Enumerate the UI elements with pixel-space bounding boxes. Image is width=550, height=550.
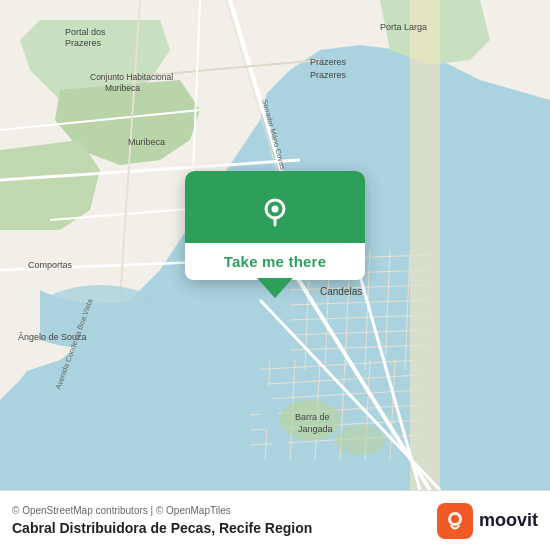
- svg-text:Comportas: Comportas: [28, 260, 73, 270]
- svg-text:Portal dos: Portal dos: [65, 27, 106, 37]
- moovit-label: moovit: [479, 510, 538, 531]
- svg-text:Prazeres: Prazeres: [65, 38, 102, 48]
- svg-text:Prazeres: Prazeres: [310, 57, 347, 67]
- svg-point-66: [272, 205, 279, 212]
- map-container: Portal dos Prazeres Porta Larga Conjunto…: [0, 0, 550, 490]
- svg-text:Prazeres: Prazeres: [310, 70, 347, 80]
- svg-text:Conjunto Habitacional: Conjunto Habitacional: [90, 72, 173, 82]
- bottom-bar: © OpenStreetMap contributors | © OpenMap…: [0, 490, 550, 550]
- moovit-icon: [437, 503, 473, 539]
- svg-text:Barra de: Barra de: [295, 412, 330, 422]
- svg-text:Jangada: Jangada: [298, 424, 333, 434]
- svg-rect-18: [410, 0, 440, 490]
- svg-text:Muribeca: Muribeca: [105, 83, 140, 93]
- place-name: Cabral Distribuidora de Pecas, Recife Re…: [12, 520, 437, 536]
- svg-point-68: [451, 515, 459, 523]
- attribution-text: © OpenStreetMap contributors | © OpenMap…: [12, 505, 437, 516]
- moovit-logo: moovit: [437, 503, 538, 539]
- popup-card: Take me there: [185, 171, 365, 280]
- svg-text:Muribeca: Muribeca: [128, 137, 165, 147]
- svg-point-48: [335, 425, 385, 455]
- svg-text:Candelas: Candelas: [320, 286, 362, 297]
- bottom-text-area: © OpenStreetMap contributors | © OpenMap…: [12, 505, 437, 536]
- svg-text:Porta Larga: Porta Larga: [380, 22, 427, 32]
- take-me-there-button[interactable]: Take me there: [185, 243, 365, 280]
- location-pin-icon: [253, 189, 297, 233]
